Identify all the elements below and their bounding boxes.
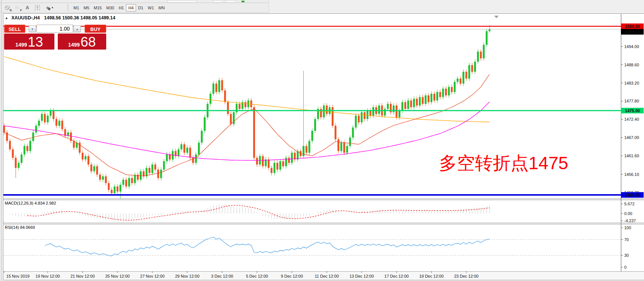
candle-body <box>12 149 14 158</box>
candle-body <box>180 144 182 149</box>
price-tick-label: 1477.80 <box>624 99 639 103</box>
candle-body <box>480 51 482 58</box>
candle-body <box>154 165 156 170</box>
candle-body <box>422 97 424 104</box>
candle-body <box>122 180 124 185</box>
bid-price-box[interactable]: 1499 13 <box>4 34 54 50</box>
chart-title: ▲ XAUUSD-,H4 1498.56 1500.36 1498.05 149… <box>5 15 115 20</box>
candle-body <box>178 149 180 156</box>
candle-body <box>140 171 142 180</box>
price-tick-label: 1494.00 <box>624 44 639 49</box>
candle-body <box>41 114 43 121</box>
candle-body <box>282 161 284 167</box>
candle-body <box>465 72 467 79</box>
macd-tick-label: -4.237 <box>624 218 636 223</box>
pane-divider[interactable] <box>3 198 621 201</box>
candle-body <box>306 146 307 153</box>
price-tick-label: 1483.20 <box>624 81 639 85</box>
candle-body <box>384 109 386 116</box>
ask-price-box[interactable]: 1499 68 <box>58 34 106 50</box>
date-tick-label: 9 Dec 12:00 <box>281 274 303 278</box>
candle-body <box>114 186 116 193</box>
candle-body <box>96 166 98 175</box>
macd-tick-label: 0.00 <box>624 211 632 216</box>
candle-body <box>407 101 409 109</box>
candle-body <box>244 102 246 107</box>
candle-body <box>419 97 421 106</box>
date-tick-label: 17 Dec 12:00 <box>384 274 408 278</box>
candle-body <box>53 111 54 119</box>
candle-body <box>352 127 354 138</box>
candle-body <box>280 161 281 170</box>
candle-body <box>79 143 80 153</box>
candle-body <box>221 80 223 90</box>
rsi-label: RSI(14) 84.0669 <box>5 225 35 230</box>
candle-body <box>361 112 363 122</box>
volume-increase-button[interactable]: ▴ <box>73 25 81 32</box>
candle-body <box>349 138 351 146</box>
candle-body <box>20 154 22 163</box>
candle-body <box>128 178 130 187</box>
candle-body <box>35 126 37 132</box>
candle-body <box>335 126 337 139</box>
candle-body <box>32 133 34 141</box>
candle-body <box>186 148 188 153</box>
volume-decrease-button[interactable]: ▾ <box>29 25 36 32</box>
candle-body <box>230 114 232 124</box>
date-tick-label: 15 Nov 2019 <box>6 274 29 278</box>
volume-input[interactable]: 1.00 <box>37 25 73 33</box>
candle-body <box>160 170 162 178</box>
candle-body <box>91 165 92 171</box>
one-click-toggle-icon[interactable]: ▲ <box>5 16 8 20</box>
pane-divider[interactable] <box>3 222 621 225</box>
price-badge-label: 1499.14 <box>625 29 640 34</box>
candle-body <box>326 105 328 114</box>
candle-body <box>425 95 427 104</box>
candle-body <box>56 119 57 126</box>
date-tick-label: 25 Nov 12:00 <box>105 274 129 278</box>
candle-body <box>291 153 293 163</box>
candle-body <box>149 168 151 173</box>
candle-body <box>157 170 159 178</box>
candle-body <box>38 121 40 126</box>
date-tick-label: 21 Nov 12:00 <box>70 274 95 278</box>
date-tick-label: 13 Dec 12:00 <box>350 274 374 278</box>
price-tick-label: 1472.40 <box>624 117 639 121</box>
candle-body <box>201 131 203 143</box>
candle-body <box>445 89 447 95</box>
candle-body <box>274 163 275 173</box>
candle-body <box>387 104 389 109</box>
candle-body <box>346 146 348 153</box>
candle-body <box>439 92 441 97</box>
candle-body <box>477 51 479 61</box>
candle-body <box>105 176 107 183</box>
candle-body <box>253 107 255 158</box>
price-badge-label: 1500.00 <box>625 24 640 29</box>
symbol-period-label: XAUUSD-,H4 <box>11 15 40 20</box>
candle-body <box>268 160 269 168</box>
candle-body <box>369 111 371 116</box>
candle-body <box>99 175 101 180</box>
date-tick-label: 29 Nov 12:00 <box>175 274 199 278</box>
candle-body <box>212 83 214 94</box>
price-badge-label: 1475.00 <box>625 108 640 113</box>
candle-body <box>3 126 5 132</box>
candle-body <box>227 102 229 114</box>
ohlc-values: 1498.56 1500.36 1498.05 1499.14 <box>44 15 115 20</box>
candle-body <box>209 94 211 104</box>
candle-body <box>143 171 145 177</box>
candle-body <box>427 95 429 102</box>
buy-button[interactable]: BUY <box>85 25 106 33</box>
candle-body <box>239 104 240 109</box>
candle-body <box>364 112 366 119</box>
candle-body <box>256 158 258 164</box>
candle-body <box>73 141 75 148</box>
price-tick-label: 1488.60 <box>624 63 639 67</box>
annotation-text: 多空转折点1475 <box>439 151 568 175</box>
candle-body <box>442 89 444 97</box>
candle-body <box>451 87 453 92</box>
candle-body <box>218 80 220 92</box>
rsi-tick-label: 30 <box>624 253 629 258</box>
candle-body <box>398 111 400 117</box>
sell-button[interactable]: SELL <box>4 25 25 33</box>
